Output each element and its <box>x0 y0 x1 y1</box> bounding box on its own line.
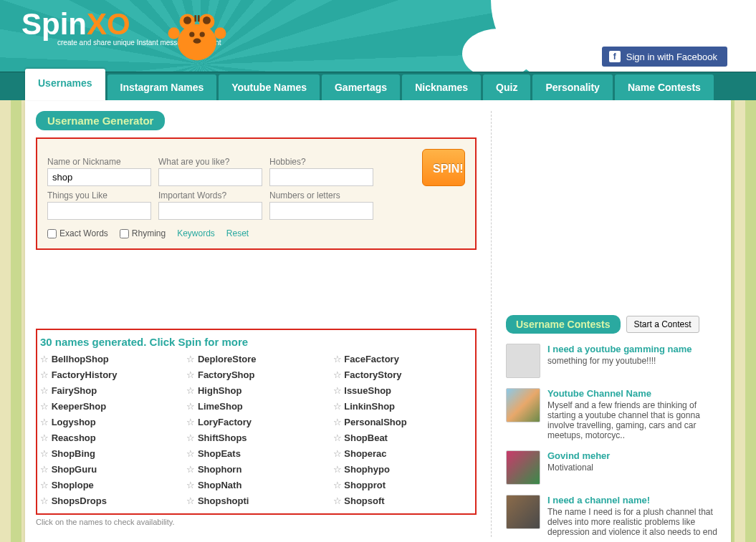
generated-name[interactable]: Shopshopti <box>186 495 325 506</box>
reset-link[interactable]: Reset <box>226 228 249 238</box>
numbers-label: Numbers or letters <box>269 190 373 200</box>
avatar <box>506 344 540 378</box>
generated-name[interactable]: ShiftShops <box>186 432 325 443</box>
svg-rect-5 <box>194 15 196 21</box>
logo-text-b: XO <box>87 7 130 41</box>
generated-name[interactable]: HighShop <box>186 385 325 396</box>
generated-name[interactable]: Logyshop <box>40 417 179 427</box>
generated-name[interactable]: FactoryHistory <box>40 369 179 380</box>
facebook-icon: f <box>609 51 621 62</box>
generated-name[interactable]: PersonalShop <box>333 417 472 427</box>
tab-instagram[interactable]: Instagram Names <box>107 74 217 100</box>
generated-name[interactable]: FairyShop <box>40 385 179 396</box>
contest-item: I need a channel name! The name I need i… <box>506 495 720 537</box>
contest-title-link[interactable]: Govind meher <box>547 450 720 461</box>
generated-name[interactable]: ShopsDrops <box>40 495 179 506</box>
contest-title-link[interactable]: I need a youtube gamming name <box>547 344 720 354</box>
like-label: What are you like? <box>158 157 262 167</box>
contest-body: Myself and a few friends are thinking of… <box>547 400 700 440</box>
generated-name[interactable]: LoryFactory <box>186 417 325 427</box>
svg-point-7 <box>189 32 194 37</box>
panel-title: Username Generator <box>36 111 165 130</box>
generated-name[interactable]: DeploreStore <box>186 354 325 364</box>
generated-name[interactable]: KeeperShop <box>40 401 179 412</box>
avatar <box>506 388 540 422</box>
svg-point-9 <box>193 39 201 44</box>
svg-point-4 <box>203 16 211 24</box>
generated-name[interactable]: ShopBeat <box>333 432 472 443</box>
generated-name[interactable]: ShopGuru <box>40 464 179 475</box>
numbers-input[interactable] <box>269 202 373 220</box>
contest-item: Youtube Channel Name Myself and a few fr… <box>506 388 720 440</box>
mascot-icon <box>165 4 229 68</box>
svg-point-3 <box>183 16 191 24</box>
tab-contests[interactable]: Name Contests <box>615 74 714 100</box>
generated-name[interactable]: LimeShop <box>186 401 325 412</box>
generated-name[interactable]: ShopBing <box>40 448 179 459</box>
generated-name[interactable]: Shophorn <box>186 464 325 475</box>
generated-name[interactable]: FaceFactory <box>333 354 472 364</box>
tab-nicknames[interactable]: Nicknames <box>402 74 481 100</box>
svg-point-11 <box>214 27 226 39</box>
tab-gamertags[interactable]: Gamertags <box>322 74 400 100</box>
generated-name[interactable]: Shopprot <box>333 480 472 490</box>
name-input[interactable] <box>47 168 151 186</box>
facebook-signin-label: Sign in with Facebook <box>626 52 717 62</box>
hobbies-input[interactable] <box>269 168 373 186</box>
generated-name[interactable]: BellhopShop <box>40 354 179 364</box>
tab-quiz[interactable]: Quiz <box>483 74 530 100</box>
generated-name[interactable]: Reacshop <box>40 432 179 443</box>
avatar <box>506 450 540 485</box>
words-label: Important Words? <box>158 190 262 200</box>
contest-title-link[interactable]: Youtube Channel Name <box>547 388 720 399</box>
generated-name[interactable]: ShopEats <box>186 448 325 459</box>
generated-name[interactable]: FactoryShop <box>186 369 325 380</box>
generator-form: Name or Nickname What are you like? Hobb… <box>36 137 477 250</box>
contests-heading: Username Contests <box>506 315 621 334</box>
generated-name[interactable]: LinkinShop <box>333 401 472 412</box>
avatar <box>506 495 540 529</box>
contest-title-link[interactable]: I need a channel name! <box>547 495 720 505</box>
contest-body: Motivational <box>547 463 593 473</box>
generated-name[interactable]: Shopsoft <box>333 495 472 506</box>
main-tabs: Usernames Instagram Names Youtube Names … <box>0 72 756 100</box>
like-input[interactable] <box>158 168 262 186</box>
tab-youtube[interactable]: Youtube Names <box>219 74 320 100</box>
keywords-link[interactable]: Keywords <box>177 228 215 238</box>
generated-name[interactable]: Shoplope <box>40 480 179 490</box>
contest-body: The name I need is for a plush channel t… <box>547 507 717 537</box>
things-input[interactable] <box>47 202 151 220</box>
things-label: Things you Like <box>47 190 151 200</box>
tab-usernames[interactable]: Usernames <box>25 69 105 100</box>
generated-name[interactable]: FactoryStory <box>333 369 472 380</box>
svg-rect-6 <box>198 15 200 21</box>
contest-item: Govind meher Motivational <box>506 450 720 485</box>
generated-name[interactable]: ShopNath <box>186 480 325 490</box>
contest-item: I need a youtube gamming name something … <box>506 344 720 378</box>
svg-point-10 <box>168 27 180 39</box>
generated-name[interactable]: IssueShop <box>333 385 472 396</box>
svg-point-8 <box>200 32 205 37</box>
tab-personality[interactable]: Personality <box>532 74 612 100</box>
generated-name[interactable]: Shoperac <box>333 448 472 459</box>
words-input[interactable] <box>158 202 262 220</box>
availability-note: Click on the names to check availability… <box>36 518 477 526</box>
rhyming-checkbox[interactable]: Rhyming <box>120 228 166 238</box>
generated-names-grid: BellhopShopDeploreStoreFaceFactoryFactor… <box>36 347 477 515</box>
exact-words-checkbox[interactable]: Exact Words <box>47 228 108 238</box>
hobbies-label: Hobbies? <box>269 157 373 167</box>
facebook-signin-button[interactable]: f Sign in with Facebook <box>602 47 727 67</box>
spin-button[interactable]: SPIN! <box>422 149 465 186</box>
logo-text-a: Spin <box>21 7 87 41</box>
name-label: Name or Nickname <box>47 157 151 167</box>
generated-name[interactable]: Shophypo <box>333 464 472 475</box>
contest-body: something for my youtube!!!! <box>547 356 656 366</box>
start-contest-button[interactable]: Start a Contest <box>626 316 699 333</box>
